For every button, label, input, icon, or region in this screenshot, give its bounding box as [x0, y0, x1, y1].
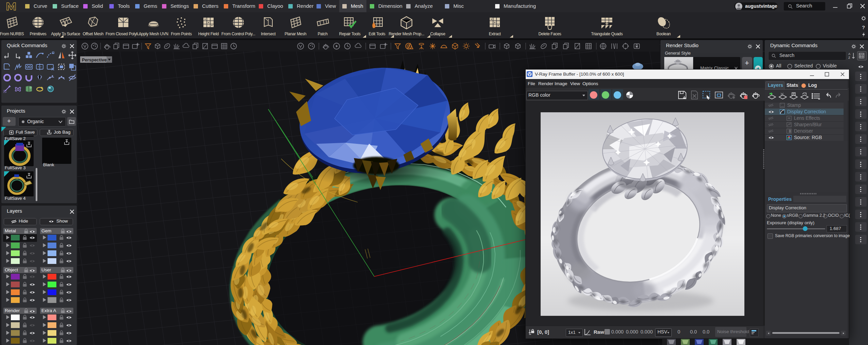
svg-text:A: A	[848, 52, 850, 56]
svg-text:Z: Z	[848, 56, 850, 59]
svg-text:?: ?	[862, 24, 865, 30]
